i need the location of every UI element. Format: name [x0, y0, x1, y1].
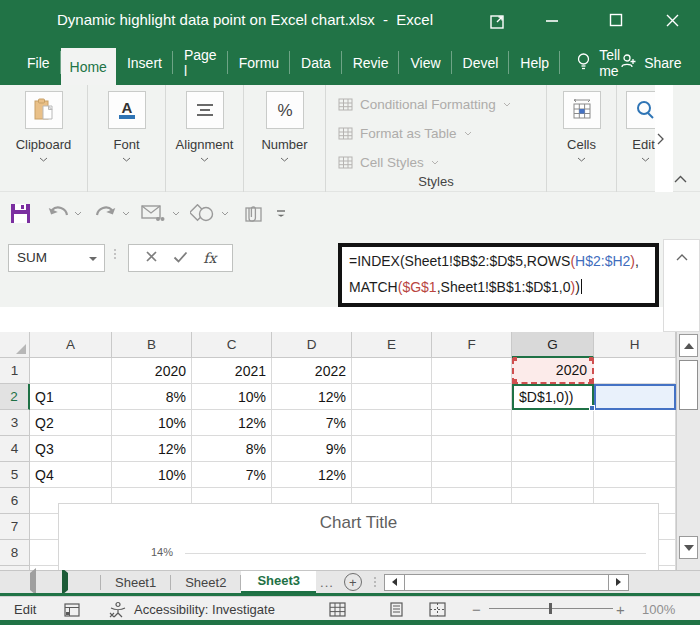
cell-F1[interactable] [432, 358, 512, 384]
row-header-6[interactable]: 6 [0, 488, 30, 514]
cell-F2[interactable] [432, 384, 512, 410]
cell-A1[interactable] [30, 358, 112, 384]
col-header-b[interactable]: B [112, 332, 192, 358]
normal-view-icon[interactable] [329, 597, 346, 621]
save-icon[interactable] [10, 192, 31, 235]
cell-G1[interactable]: 2020 [512, 358, 594, 384]
zoom-in-button[interactable]: + [616, 597, 625, 621]
cell-E1[interactable] [352, 358, 432, 384]
cell-D3[interactable]: 7% [272, 410, 352, 436]
cell-B2[interactable]: 8% [112, 384, 192, 410]
page-break-view-icon[interactable] [429, 597, 446, 621]
cell-H5[interactable] [594, 462, 676, 488]
redo-dropdown-icon[interactable] [122, 192, 130, 235]
attachment-icon[interactable] [240, 192, 264, 235]
row-header-5[interactable]: 5 [0, 462, 30, 488]
row-header-2[interactable]: 2 [0, 384, 30, 410]
cell-H3[interactable] [594, 410, 676, 436]
menu-tab-revie[interactable]: Revie [342, 40, 400, 85]
menu-tab-file[interactable]: File [16, 40, 61, 85]
tell-me-button[interactable]: Tell me [576, 40, 620, 85]
cell-B1[interactable]: 2020 [112, 358, 192, 384]
sheet-tab-sheet1[interactable]: Sheet1 [101, 571, 170, 594]
close-button[interactable] [650, 0, 694, 40]
share-button[interactable]: Share [620, 40, 681, 85]
formula-input[interactable]: =INDEX(Sheet1!$B$2:$D$5,ROWS(H$2:$H2), M… [338, 243, 659, 307]
name-box-dropdown-icon[interactable] [89, 257, 97, 261]
customize-toolbar-icon[interactable] [276, 192, 286, 235]
cell-B5[interactable]: 10% [112, 462, 192, 488]
scroll-up-icon[interactable] [679, 334, 698, 357]
maximize-button[interactable] [596, 0, 636, 40]
styles-item-cell-styles[interactable]: Cell Styles [338, 148, 546, 177]
col-header-d[interactable]: D [272, 332, 352, 358]
redo-icon[interactable] [94, 192, 116, 235]
cell-C3[interactable]: 12% [192, 410, 272, 436]
menu-tab-page-l[interactable]: Page l [173, 40, 228, 85]
cell-F5[interactable] [432, 462, 512, 488]
accessibility-icon[interactable] [108, 597, 128, 621]
cell-C1[interactable]: 2021 [192, 358, 272, 384]
sheet-nav-left-icon[interactable] [30, 573, 36, 591]
cell-C4[interactable]: 8% [192, 436, 272, 462]
cell-F4[interactable] [432, 436, 512, 462]
cell-H4[interactable] [594, 436, 676, 462]
cell-A4[interactable]: Q3 [30, 436, 112, 462]
cell-E3[interactable] [352, 410, 432, 436]
popout-window-icon[interactable] [478, 0, 518, 40]
minimize-button[interactable] [532, 0, 572, 40]
shapes-icon[interactable] [190, 192, 215, 235]
cell-G2[interactable]: $D$1,0)) [512, 384, 594, 410]
cell-D5[interactable]: 12% [272, 462, 352, 488]
undo-icon[interactable] [48, 192, 70, 235]
cell-G3[interactable] [512, 410, 594, 436]
vertical-scroll-thumb[interactable] [679, 360, 698, 410]
cell-D2[interactable]: 12% [272, 384, 352, 410]
col-header-h[interactable]: H [594, 332, 676, 358]
menu-tab-devel[interactable]: Devel [452, 40, 510, 85]
menu-tab-data[interactable]: Data [290, 40, 342, 85]
scroll-down-icon[interactable] [679, 536, 698, 559]
new-sheet-icon[interactable]: + [344, 573, 362, 591]
menu-tab-insert[interactable]: Insert [116, 40, 173, 85]
sheet-nav-right-icon[interactable] [62, 573, 68, 591]
cell-H1[interactable] [594, 358, 676, 384]
undo-dropdown-icon[interactable] [74, 192, 82, 235]
row-header-3[interactable]: 3 [0, 410, 30, 436]
more-sheets-button[interactable]: ... [320, 575, 334, 590]
email-icon[interactable] [141, 192, 165, 235]
cell-A3[interactable]: Q2 [30, 410, 112, 436]
col-header-a[interactable]: A [30, 332, 112, 358]
cell-C5[interactable]: 7% [192, 462, 272, 488]
ribbon-scroll-right-icon[interactable] [657, 133, 664, 145]
zoom-level[interactable]: 100% [642, 597, 675, 621]
col-header-f[interactable]: F [432, 332, 512, 358]
styles-item-conditional-formatting[interactable]: Conditional Formatting [338, 90, 546, 119]
col-header-e[interactable]: E [352, 332, 432, 358]
horizontal-scroll-thumb[interactable] [405, 574, 608, 591]
sheet-tab-sheet3[interactable]: Sheet3 [241, 571, 316, 594]
row-header-8[interactable]: 8 [0, 540, 30, 566]
ribbon-group-clipboard[interactable]: Clipboard [0, 85, 88, 192]
row-header-7[interactable]: 7 [0, 514, 30, 540]
ribbon-group-alignment[interactable]: Alignment [166, 85, 244, 192]
styles-item-format-as-table[interactable]: Format as Table [338, 119, 546, 148]
cell-G5[interactable] [512, 462, 594, 488]
horizontal-scrollbar[interactable] [384, 574, 629, 591]
select-all-button[interactable] [0, 332, 30, 358]
cell-D4[interactable]: 9% [272, 436, 352, 462]
cell-A2[interactable]: Q1 [30, 384, 112, 410]
enter-icon[interactable] [173, 249, 188, 267]
macro-record-icon[interactable] [64, 597, 81, 621]
zoom-slider-thumb[interactable] [549, 603, 552, 614]
name-box[interactable]: SUM [8, 244, 105, 272]
cell-H2[interactable] [594, 384, 676, 410]
cell-E5[interactable] [352, 462, 432, 488]
cell-D1[interactable]: 2022 [272, 358, 352, 384]
menu-tab-formu[interactable]: Formu [228, 40, 290, 85]
cell-E2[interactable] [352, 384, 432, 410]
zoom-out-button[interactable]: − [472, 597, 481, 621]
ribbon-group-font[interactable]: AFont [88, 85, 166, 192]
accessibility-status[interactable]: Accessibility: Investigate [134, 597, 275, 621]
cancel-icon[interactable] [145, 249, 158, 267]
